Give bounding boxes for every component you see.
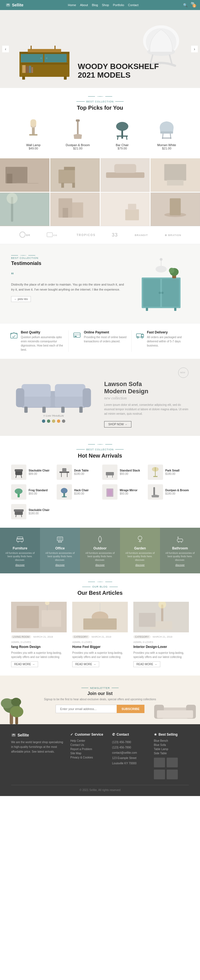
- gallery-item[interactable]: [151, 158, 200, 192]
- color-option[interactable]: [57, 420, 60, 423]
- furniture-icon: [4, 535, 36, 545]
- product-thumb: [167, 757, 178, 767]
- nav-blog[interactable]: Blog: [92, 3, 98, 7]
- footer-link[interactable]: Help Center: [70, 739, 105, 742]
- color-option[interactable]: [42, 420, 45, 423]
- product-image: [112, 118, 132, 140]
- footer-phone: (123) 456-7890: [112, 741, 131, 744]
- category-desc: All furniture accessories of best qualit…: [124, 551, 156, 562]
- footer-customer-title: ✓ Customer Service: [70, 733, 105, 737]
- read-more-button[interactable]: READ MORE →: [72, 661, 99, 667]
- cart-icon[interactable]: 🛍1: [191, 1, 194, 9]
- site-logo[interactable]: Sellite: [6, 3, 23, 8]
- quality-icon: [10, 331, 18, 341]
- gallery-item[interactable]: [50, 158, 100, 192]
- color-option[interactable]: [52, 420, 55, 423]
- gallery-image: [101, 158, 150, 192]
- arrival-card[interactable]: Hack Chair $180.00: [57, 484, 98, 500]
- nav-contact[interactable]: Contact: [128, 3, 139, 7]
- outdoor-icon: [84, 535, 116, 545]
- nav-portfolio[interactable]: Portfolio: [113, 3, 124, 7]
- svg-rect-10: [29, 66, 31, 73]
- footer-link[interactable]: Site Map: [70, 752, 105, 755]
- product-card[interactable]: Wall Lamp $49.00: [14, 117, 53, 150]
- outdoor-icon-svg: [96, 535, 104, 543]
- gallery-item[interactable]: [101, 158, 150, 192]
- category-office[interactable]: Office All furniture accessories of best…: [40, 528, 80, 573]
- gallery-item[interactable]: [101, 192, 150, 226]
- quote-mark: “: [11, 271, 125, 280]
- svg-rect-16: [54, 46, 55, 49]
- gallery-item[interactable]: [0, 192, 49, 226]
- arrival-card[interactable]: Stackable Chair $89.00: [11, 465, 52, 480]
- prev-review-button[interactable]: ← prev rev: [11, 296, 31, 302]
- feature-title: Best Quality: [21, 330, 64, 334]
- nav-about[interactable]: About: [80, 3, 88, 7]
- article-date: MARCH 21, 2019: [153, 635, 173, 638]
- product-card[interactable]: Morrwn White $21.00: [147, 117, 186, 150]
- hero-section: ‹: [0, 10, 200, 88]
- arrival-product-icon: [104, 466, 116, 479]
- arrival-card[interactable]: Standard Stack $93.00: [102, 465, 143, 480]
- article-category: CATEGORY: [133, 635, 151, 638]
- arrival-card[interactable]: Dustpan & Broom $180.00: [148, 484, 189, 500]
- svg-rect-135: [58, 538, 62, 540]
- search-icon[interactable]: 🔍: [183, 3, 187, 7]
- footer-link[interactable]: Blue Sofa: [154, 743, 189, 746]
- color-option[interactable]: [62, 420, 65, 423]
- svg-rect-42: [58, 170, 75, 183]
- category-link[interactable]: discover: [4, 564, 36, 566]
- arrival-card[interactable]: Park Small $180.00: [148, 465, 189, 480]
- gallery-item[interactable]: [0, 158, 49, 192]
- category-link[interactable]: discover: [44, 564, 76, 566]
- nav-home[interactable]: Home: [68, 3, 76, 7]
- subscribe-button[interactable]: SUBSCRIBE: [117, 705, 145, 713]
- star-icon: ★: [154, 733, 157, 737]
- join-title: Join our list: [44, 691, 156, 696]
- color-option[interactable]: [47, 420, 50, 423]
- header: Sellite Home About Blog Shop Portfolio C…: [0, 0, 200, 10]
- category-garden[interactable]: Garden All furniture accessories of best…: [120, 528, 160, 573]
- read-more-button[interactable]: READ MORE →: [11, 661, 38, 667]
- cart-badge: 1: [192, 4, 196, 8]
- category-name: Garden: [124, 546, 156, 550]
- arrival-product-icon: [58, 466, 71, 479]
- arrival-card[interactable]: Desk Table $180.00: [57, 465, 98, 480]
- arrival-image: [148, 484, 163, 500]
- footer-link[interactable]: Privacy & Cookies: [70, 756, 105, 759]
- brand-item: ⊕ bration: [164, 231, 181, 239]
- footer-link[interactable]: Contact Us: [70, 743, 105, 746]
- category-outdoor[interactable]: Outdoor All furniture accessories of bes…: [80, 528, 120, 573]
- svg-rect-24: [29, 134, 38, 135]
- category-link[interactable]: discover: [164, 564, 196, 566]
- svg-rect-51: [167, 180, 184, 185]
- category-bathroom[interactable]: Bathroom All furniture accessories of be…: [160, 528, 200, 573]
- footer-link[interactable]: Blue Bench: [154, 739, 189, 742]
- footer-link[interactable]: Table Lamp: [154, 748, 189, 751]
- arrival-card[interactable]: Frog Standard $93.00: [11, 484, 52, 500]
- arrival-card[interactable]: Stackable Chair $180.00: [11, 504, 52, 519]
- hero-prev-button[interactable]: ‹: [2, 46, 9, 52]
- main-nav: Home About Blog Shop Portfolio Contact: [68, 3, 139, 7]
- footer-link[interactable]: Report a Problem: [70, 748, 105, 751]
- article-card: CATEGORY MARCH 21, 2019 ADMIN, 0 LOVES I…: [133, 602, 189, 667]
- read-more-button[interactable]: READ MORE →: [133, 661, 160, 667]
- new-arrivals-section: BEST COLLECTION Hot New Arrivals Stackab…: [0, 436, 200, 528]
- shop-now-button[interactable]: SHOP NOW →: [104, 421, 131, 428]
- product-card[interactable]: Dustpan & Broom $21.00: [58, 117, 97, 150]
- category-link[interactable]: discover: [124, 564, 156, 566]
- brand-logo: co: [46, 231, 60, 238]
- category-furniture[interactable]: Furniture All furniture accessories of b…: [0, 528, 40, 573]
- hero-next-button[interactable]: ›: [191, 46, 198, 52]
- product-card[interactable]: Bar Chair $79.00: [103, 117, 142, 150]
- email-input[interactable]: [55, 705, 117, 713]
- nav-shop[interactable]: Shop: [102, 3, 109, 7]
- svg-rect-44: [61, 183, 64, 188]
- category-link[interactable]: discover: [84, 564, 116, 566]
- gallery-item[interactable]: [151, 192, 200, 226]
- svg-rect-86: [74, 334, 80, 336]
- footer-link[interactable]: Side Table: [154, 752, 189, 755]
- arrival-card[interactable]: Mirage Mirror $93.00: [102, 484, 143, 500]
- brand-logo: brandit: [134, 231, 148, 238]
- gallery-item[interactable]: [50, 192, 100, 226]
